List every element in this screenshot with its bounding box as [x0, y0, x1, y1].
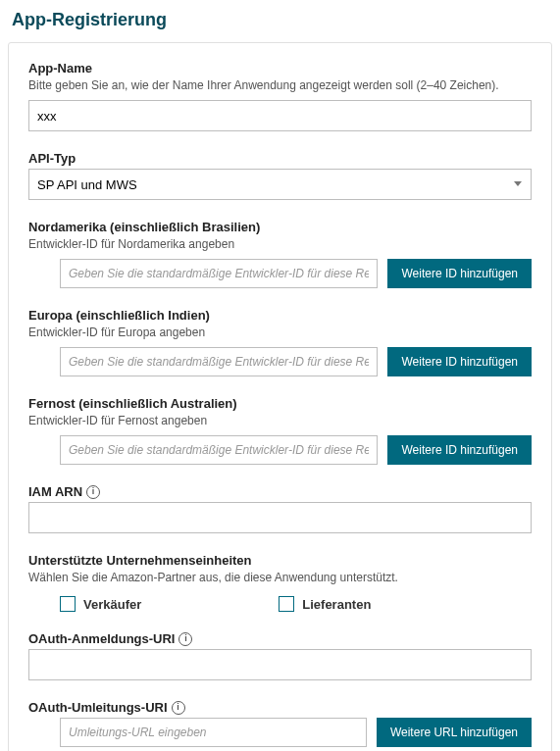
oauth-login-label: OAuth-Anmeldungs-URI — [28, 631, 175, 646]
oauth-login-input[interactable] — [28, 649, 532, 680]
page-title: App-Registrierung — [8, 10, 552, 30]
app-name-help: Bitte geben Sie an, wie der Name Ihrer A… — [28, 78, 532, 92]
app-name-label: App-Name — [28, 61, 532, 75]
app-name-block: App-Name Bitte geben Sie an, wie der Nam… — [28, 61, 532, 131]
region-fe-add-button[interactable]: Weitere ID hinzufügen — [387, 435, 532, 465]
vendors-checkbox[interactable] — [279, 596, 294, 612]
vendors-label: Lieferanten — [302, 597, 371, 612]
region-eu-help: Entwickler-ID für Europa angeben — [28, 325, 532, 339]
iam-arn-block: IAM ARN i — [28, 484, 532, 533]
iam-arn-input[interactable] — [28, 502, 532, 533]
region-fe-label: Fernost (einschließlich Australien) — [28, 396, 532, 411]
region-fe-input[interactable] — [60, 435, 378, 465]
entities-help: Wählen Sie die Amazon-Partner aus, die d… — [28, 571, 532, 584]
region-na-input[interactable] — [60, 259, 378, 288]
vendors-checkbox-item[interactable]: Lieferanten — [279, 596, 371, 612]
sellers-checkbox-item[interactable]: Verkäufer — [60, 596, 141, 612]
oauth-redirect-input[interactable] — [60, 718, 367, 747]
oauth-redirect-add-button[interactable]: Weitere URL hinzufügen — [377, 718, 532, 747]
oauth-redirect-label: OAuth-Umleitungs-URI — [28, 700, 168, 715]
form-card: App-Name Bitte geben Sie an, wie der Nam… — [8, 42, 552, 751]
sellers-checkbox[interactable] — [60, 596, 76, 612]
region-fe-block: Fernost (einschließlich Australien) Entw… — [28, 396, 532, 465]
region-eu-add-button[interactable]: Weitere ID hinzufügen — [387, 347, 532, 376]
region-eu-label: Europa (einschließlich Indien) — [28, 308, 532, 323]
api-type-label: API-Typ — [28, 151, 532, 166]
region-na-help: Entwickler-ID für Nordamerika angeben — [28, 237, 532, 251]
oauth-login-block: OAuth-Anmeldungs-URI i — [28, 631, 532, 680]
region-eu-block: Europa (einschließlich Indien) Entwickle… — [28, 308, 532, 376]
region-na-label: Nordamerika (einschließlich Brasilien) — [28, 220, 532, 234]
info-icon[interactable]: i — [178, 632, 192, 646]
iam-arn-label: IAM ARN — [28, 484, 82, 499]
region-na-block: Nordamerika (einschließlich Brasilien) E… — [28, 220, 532, 288]
info-icon[interactable]: i — [86, 485, 100, 499]
api-type-block: API-Typ SP API und MWS — [28, 151, 532, 200]
region-na-add-button[interactable]: Weitere ID hinzufügen — [387, 259, 532, 288]
entities-block: Unterstützte Unternehmenseinheiten Wähle… — [28, 553, 532, 612]
entities-label: Unterstützte Unternehmenseinheiten — [28, 553, 532, 568]
info-icon[interactable]: i — [172, 701, 185, 715]
oauth-redirect-block: OAuth-Umleitungs-URI i Weitere URL hinzu… — [28, 700, 532, 747]
region-fe-help: Entwickler-ID für Fernost angeben — [28, 414, 532, 427]
api-type-select[interactable]: SP API und MWS — [28, 169, 532, 200]
app-name-input[interactable] — [28, 100, 532, 131]
region-eu-input[interactable] — [60, 347, 378, 376]
sellers-label: Verkäufer — [83, 597, 141, 612]
